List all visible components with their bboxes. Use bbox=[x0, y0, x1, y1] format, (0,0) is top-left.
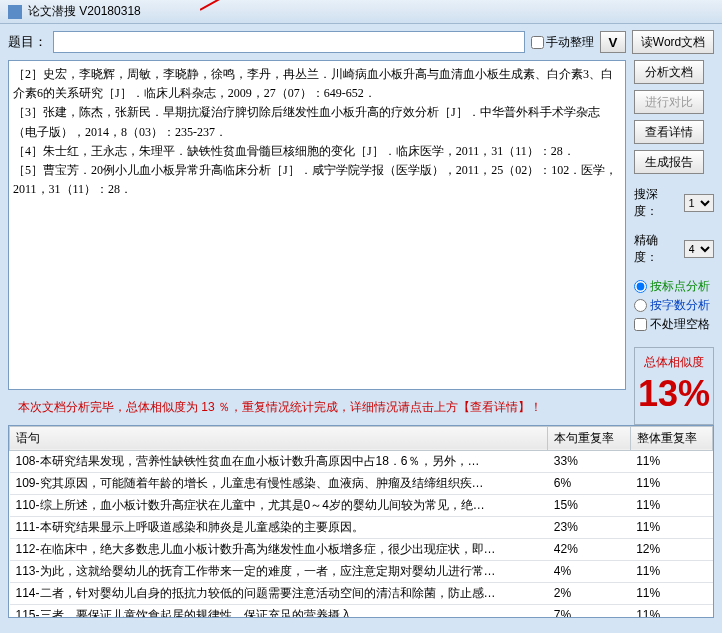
th-local-rate[interactable]: 本句重复率 bbox=[548, 426, 630, 450]
th-sentence[interactable]: 语句 bbox=[10, 426, 548, 450]
by-char-radio[interactable]: 按字数分析 bbox=[634, 297, 714, 314]
compare-button: 进行对比 bbox=[634, 90, 704, 114]
table-row[interactable]: 113-为此，这就给婴幼儿的抚育工作带来一定的难度，一者，应注意定期对婴幼儿进行… bbox=[10, 560, 713, 582]
theme-label: 题目： bbox=[8, 33, 47, 51]
by-punct-radio[interactable]: 按标点分析 bbox=[634, 278, 714, 295]
read-word-button[interactable]: 读Word文档 bbox=[632, 30, 714, 54]
accuracy-row: 精确度： 4 bbox=[634, 232, 714, 266]
table-row[interactable]: 114-二者，针对婴幼儿自身的抵抗力较低的问题需要注意活动空间的清洁和除菌，防止… bbox=[10, 582, 713, 604]
manual-checkbox[interactable]: 手动整理 bbox=[531, 34, 594, 51]
similarity-value: 13% bbox=[637, 371, 711, 418]
titlebar: 论文潜搜 V20180318 bbox=[0, 0, 722, 24]
topbar: 题目： 手动整理 V 读Word文档 bbox=[0, 24, 722, 60]
status-text: 本次文档分析完毕，总体相似度为 13 ％，重复情况统计完成，详细情况请点击上方【… bbox=[8, 393, 626, 422]
table-row[interactable]: 115-三者，要保证儿童饮食起居的规律性，保证充足的营养摄入。7%11% bbox=[10, 604, 713, 618]
table-row[interactable]: 109-究其原因，可能随着年龄的增长，儿童患有慢性感染、血液病、肿瘤及结缔组织疾… bbox=[10, 472, 713, 494]
window-title: 论文潜搜 V20180318 bbox=[28, 3, 141, 20]
analyze-button[interactable]: 分析文档 bbox=[634, 60, 704, 84]
manual-checkbox-input[interactable] bbox=[531, 36, 544, 49]
table-row[interactable]: 110-综上所述，血小板计数升高症状在儿童中，尤其是0～4岁的婴幼儿间较为常见，… bbox=[10, 494, 713, 516]
table-row[interactable]: 108-本研究结果发现，营养性缺铁性贫血在血小板计数升高原因中占18．6％，另外… bbox=[10, 450, 713, 472]
similarity-title: 总体相似度 bbox=[637, 354, 711, 371]
theme-input[interactable] bbox=[53, 31, 525, 53]
gen-report-button[interactable]: 生成报告 bbox=[634, 150, 704, 174]
no-space-checkbox[interactable]: 不处理空格 bbox=[634, 316, 714, 333]
main-textarea[interactable] bbox=[8, 60, 626, 390]
view-detail-button[interactable]: 查看详情 bbox=[634, 120, 704, 144]
table-row[interactable]: 111-本研究结果显示上呼吸道感染和肺炎是儿童感染的主要原因。23%11% bbox=[10, 516, 713, 538]
th-total-rate[interactable]: 整体重复率 bbox=[630, 426, 712, 450]
depth-select[interactable]: 1 bbox=[684, 194, 714, 212]
side-panel: 分析文档 进行对比 查看详情 生成报告 搜深度： 1 精确度： 4 按标点分析 … bbox=[634, 60, 714, 425]
app-icon bbox=[8, 5, 22, 19]
table-row[interactable]: 112-在临床中，绝大多数患儿血小板计数升高为继发性血小板增多症，很少出现症状，… bbox=[10, 538, 713, 560]
depth-row: 搜深度： 1 bbox=[634, 186, 714, 220]
v-button[interactable]: V bbox=[600, 31, 626, 53]
similarity-box: 总体相似度 13% bbox=[634, 347, 714, 425]
accuracy-select[interactable]: 4 bbox=[684, 240, 714, 258]
results-table-wrap: 语句 本句重复率 整体重复率 108-本研究结果发现，营养性缺铁性贫血在血小板计… bbox=[8, 425, 714, 618]
results-table[interactable]: 语句 本句重复率 整体重复率 108-本研究结果发现，营养性缺铁性贫血在血小板计… bbox=[9, 426, 713, 618]
